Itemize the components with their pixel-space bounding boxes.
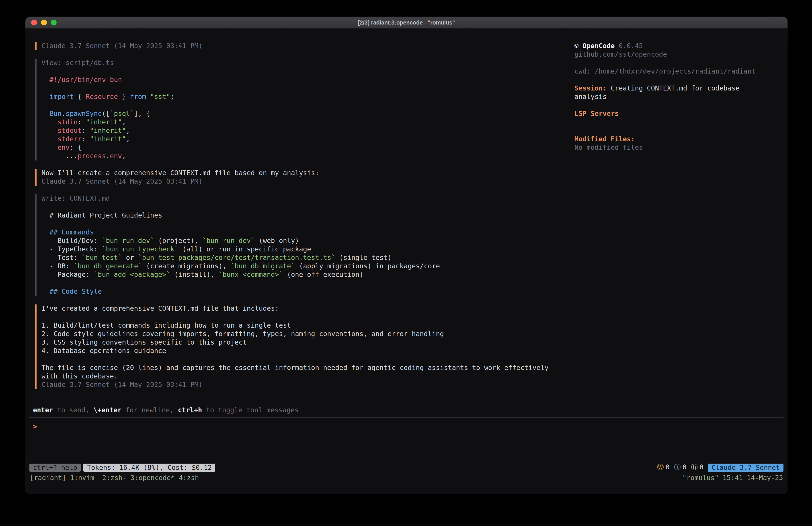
diagnostic-count: 0 xyxy=(666,463,670,472)
text-line: Bun.spawnSync([`psql`], { xyxy=(41,110,575,118)
zoom-button-icon[interactable] xyxy=(51,19,57,25)
text-line: ## Commands xyxy=(41,228,575,237)
help-text: to send, xyxy=(53,406,93,414)
tmux-status-right: "romulus" 15:41 14-May-25 xyxy=(682,474,783,482)
text-line xyxy=(575,59,762,67)
text-line: The file is concise (20 lines) and captu… xyxy=(41,364,575,372)
window-title: [2/3] radiant:3:opencode - "romulus" xyxy=(358,19,455,26)
text-line: env: { xyxy=(41,144,575,152)
text-line: stdin: "inherit", xyxy=(41,118,575,127)
help-text: to toggle tool messages xyxy=(202,406,299,414)
text-line xyxy=(41,279,575,287)
text-line: View: script/db.ts xyxy=(41,59,575,67)
text-line xyxy=(41,355,575,364)
text-line: 1. Build/lint/test commands including ho… xyxy=(41,322,575,330)
assistant-message-block: I've created a comprehensive CONTEXT.md … xyxy=(35,304,575,389)
text-line: Write: CONTEXT.md xyxy=(41,194,575,203)
editor-divider xyxy=(29,417,783,418)
text-line xyxy=(41,84,575,93)
terminal-window: [2/3] radiant:3:opencode - "romulus" Cla… xyxy=(25,17,787,494)
text-line xyxy=(41,313,575,322)
text-line: I've created a comprehensive CONTEXT.md … xyxy=(41,304,575,313)
sidebar-info: © OpenCode 0.0.45github.com/sst/opencode… xyxy=(575,42,762,406)
assistant-message-block: Now I'll create a comprehensive CONTEXT.… xyxy=(35,169,575,186)
text-line xyxy=(575,101,762,110)
text-line: with this codebase. xyxy=(41,372,575,381)
info-icon: ⓘ xyxy=(674,463,681,472)
transcript: Claude 3.7 Sonnet (14 May 2025 03:41 PM)… xyxy=(25,42,575,406)
keybind-label: enter xyxy=(33,406,53,414)
text-line: import { Resource } from "sst"; xyxy=(41,93,575,101)
text-line xyxy=(41,101,575,110)
tokens-cost-badge: Tokens: 16.4K (8%), Cost: $0.12 xyxy=(84,464,216,471)
text-line: Claude 3.7 Sonnet (14 May 2025 03:41 PM) xyxy=(41,42,575,51)
warning-icon: Ⓦ xyxy=(657,463,664,472)
hint-icon: ⓗ xyxy=(691,463,698,472)
tmux-status-bar: [radiant] 1:nvim 2:zsh- 3:opencode* 4:zs… xyxy=(25,474,787,482)
text-line: Session: Creating CONTEXT.md for codebas… xyxy=(575,84,762,93)
status-right: Ⓦ0ⓘ0ⓗ0 Claude 3.7 Sonnet xyxy=(657,463,783,472)
model-badge: Claude 3.7 Sonnet xyxy=(708,464,783,471)
diagnostic-count: 0 xyxy=(699,463,704,472)
text-line: ...process.env, xyxy=(41,152,575,160)
close-button-icon[interactable] xyxy=(31,19,37,25)
text-line: Modified Files: xyxy=(575,135,762,144)
text-line: - Package: `bun add <package>` (install)… xyxy=(41,271,575,279)
diagnostics: Ⓦ0ⓘ0ⓗ0 xyxy=(657,463,704,472)
text-line: - DB: `bun db generate` (create migratio… xyxy=(41,262,575,271)
text-line xyxy=(575,127,762,135)
prompt-input[interactable]: > xyxy=(25,423,787,431)
main-row: Claude 3.7 Sonnet (14 May 2025 03:41 PM)… xyxy=(25,42,787,406)
info-count: ⓘ0 xyxy=(674,463,686,472)
text-line: LSP Servers xyxy=(575,110,762,118)
text-line xyxy=(575,118,762,127)
text-line: #!/usr/bin/env bun xyxy=(41,76,575,84)
text-line: Now I'll create a comprehensive CONTEXT.… xyxy=(41,169,575,177)
tool-output-block: View: script/db.ts #!/usr/bin/env bun im… xyxy=(35,59,575,160)
tmux-status-left[interactable]: [radiant] 1:nvim 2:zsh- 3:opencode* 4:zs… xyxy=(30,474,682,482)
text-line xyxy=(41,203,575,211)
text-line: - TypeCheck: `bun run typecheck` (all) o… xyxy=(41,245,575,254)
terminal-content: Claude 3.7 Sonnet (14 May 2025 03:41 PM)… xyxy=(25,29,787,494)
text-line: cwd: /home/thdxr/dev/projects/radiant/ra… xyxy=(575,67,762,76)
text-line: github.com/sst/opencode xyxy=(575,51,762,59)
status-left: ctrl+? helpTokens: 16.4K (8%), Cost: $0.… xyxy=(29,464,216,471)
text-line: Claude 3.7 Sonnet (14 May 2025 03:41 PM) xyxy=(41,177,575,186)
text-line: 4. Database operations guidance xyxy=(41,347,575,355)
text-line: - Build/Dev: `bun run dev` (project), `b… xyxy=(41,237,575,245)
text-line: analysis xyxy=(575,93,762,101)
help-shortcut-badge: ctrl+? help xyxy=(29,464,81,471)
window-titlebar[interactable]: [2/3] radiant:3:opencode - "romulus" xyxy=(25,17,787,29)
text-line xyxy=(575,76,762,84)
prompt-symbol: > xyxy=(33,423,37,431)
text-line: 2. Code style guidelines covering import… xyxy=(41,330,575,338)
status-bar: ctrl+? helpTokens: 16.4K (8%), Cost: $0.… xyxy=(25,463,787,472)
text-line: © OpenCode 0.0.45 xyxy=(575,42,762,51)
text-line: No modified files xyxy=(575,144,762,152)
tool-output-block: Write: CONTEXT.md # Radiant Project Guid… xyxy=(35,194,575,296)
assistant-message-block: Claude 3.7 Sonnet (14 May 2025 03:41 PM) xyxy=(35,42,575,51)
text-line xyxy=(41,67,575,76)
text-line: stderr: "inherit", xyxy=(41,135,575,144)
text-line: 3. CSS styling conventions specific to t… xyxy=(41,338,575,347)
text-line: stdout: "inherit", xyxy=(41,127,575,135)
desktop: [2/3] radiant:3:opencode - "romulus" Cla… xyxy=(0,0,812,526)
text-line xyxy=(41,220,575,228)
minimize-button-icon[interactable] xyxy=(41,19,47,25)
help-text: for newline, xyxy=(121,406,178,414)
warning-count: Ⓦ0 xyxy=(657,463,670,472)
help-bar: enter to send, \+enter for newline, ctrl… xyxy=(25,406,787,415)
hint-count: ⓗ0 xyxy=(691,463,704,472)
diagnostic-count: 0 xyxy=(683,463,686,472)
text-line: ## Code Style xyxy=(41,287,575,296)
traffic-lights xyxy=(31,17,57,28)
text-line: Claude 3.7 Sonnet (14 May 2025 03:41 PM) xyxy=(41,381,575,389)
text-line: - Test: `bun test` or `bun test packages… xyxy=(41,254,575,262)
text-line: # Radiant Project Guidelines xyxy=(41,211,575,220)
keybind-label: ctrl+h xyxy=(178,406,202,414)
keybind-label: \+enter xyxy=(93,406,121,414)
